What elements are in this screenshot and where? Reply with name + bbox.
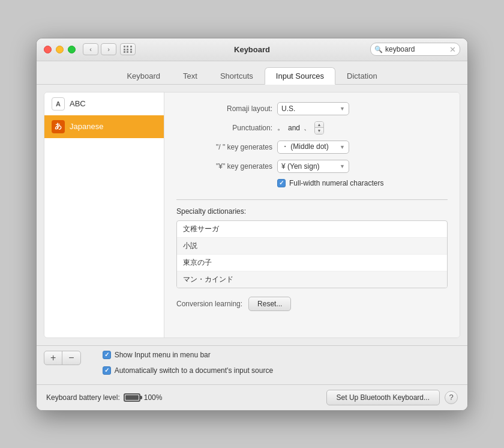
traffic-lights <box>44 46 76 53</box>
help-button[interactable]: ? <box>445 391 458 404</box>
bottom-bar: + − Show Input menu in menu bar Automati… <box>37 345 467 384</box>
footer-right: Set Up Bluetooth Keyboard... ? <box>326 390 458 405</box>
abc-icon: A <box>52 97 65 110</box>
sidebar-item-abc-label: ABC <box>70 99 86 108</box>
fullwidth-row: Full-width numeral characters <box>277 179 448 192</box>
tab-input-sources[interactable]: Input Sources <box>265 67 335 85</box>
back-button[interactable]: ‹ <box>83 43 98 55</box>
conversion-label: Conversion learning: <box>176 300 242 308</box>
auto-switch-label: Automatically switch to a document's inp… <box>115 366 273 375</box>
tabs-bar: Keyboard Text Shortcuts Input Sources Di… <box>37 61 467 85</box>
battery-label: Keyboard battery level: <box>46 393 120 402</box>
dropdown-arrow-icon: ▼ <box>340 106 345 112</box>
search-input[interactable] <box>385 45 448 53</box>
sidebar: A ABC あ Japanese <box>44 92 164 338</box>
dropdown-arrow-icon2: ▼ <box>340 144 345 150</box>
romaji-control: U.S. ▼ <box>277 102 349 115</box>
grid-button[interactable] <box>120 43 136 55</box>
stepper-up-icon[interactable]: ▲ <box>315 122 323 129</box>
show-menu-checkbox[interactable] <box>103 351 111 359</box>
dict-item-3: 東京の子 <box>177 255 447 271</box>
punctuation-value2: 、 <box>304 123 311 133</box>
show-menu-label: Show Input menu in menu bar <box>115 351 211 359</box>
battery-percent: 100% <box>144 393 163 402</box>
dropdown-arrow-icon3: ▼ <box>340 163 345 169</box>
punctuation-value1: 。 <box>277 123 284 133</box>
remove-source-button[interactable]: − <box>62 351 80 365</box>
yen-key-row: "¥" key generates ¥ (Yen sign) ▼ <box>176 160 448 173</box>
tab-dictation[interactable]: Dictation <box>335 67 389 85</box>
sidebar-item-japanese-label: Japanese <box>70 122 103 131</box>
tab-keyboard[interactable]: Keyboard <box>115 67 172 85</box>
close-button[interactable] <box>44 46 52 53</box>
punctuation-row: Punctuation: 。 and 、 ▲ ▼ <box>176 121 448 135</box>
dictionary-list: 文稚サーガ 小説 東京の子 マン・カインド <box>176 220 448 288</box>
punctuation-control: 。 and 、 ▲ ▼ <box>277 121 324 135</box>
dict-item-2: 小説 <box>177 238 447 255</box>
japanese-icon: あ <box>52 120 65 133</box>
auto-switch-row: Automatically switch to a document's inp… <box>103 366 273 375</box>
fullwidth-checkbox-row: Full-width numeral characters <box>277 179 383 187</box>
minimize-button[interactable] <box>56 46 64 53</box>
romaji-label: Romaji layout: <box>176 104 272 113</box>
conversion-row: Conversion learning: Reset... <box>176 297 448 311</box>
yen-control: ¥ (Yen sign) ▼ <box>277 160 349 173</box>
specialty-label: Specialty dictionaries: <box>176 207 448 216</box>
sidebar-item-japanese[interactable]: あ Japanese <box>44 115 164 138</box>
window-title: Keyboard <box>234 45 270 54</box>
tab-shortcuts[interactable]: Shortcuts <box>209 67 265 85</box>
forward-button[interactable]: › <box>101 43 116 55</box>
bottom-checkboxes: Show Input menu in menu bar Automaticall… <box>103 351 273 380</box>
search-icon: 🔍 <box>374 46 383 53</box>
clear-search-button[interactable]: ✕ <box>449 45 456 54</box>
yen-key-label: "¥" key generates <box>176 162 272 171</box>
stepper-down-icon[interactable]: ▼ <box>315 128 323 134</box>
tab-text[interactable]: Text <box>172 67 209 85</box>
grid-icon <box>124 46 133 53</box>
reset-button[interactable]: Reset... <box>248 297 291 311</box>
titlebar: ‹ › Keyboard 🔍 ✕ <box>37 38 467 61</box>
footer: Keyboard battery level: 100% Set Up Blue… <box>37 384 467 410</box>
romaji-row: Romaji layout: U.S. ▼ <box>176 102 448 115</box>
add-remove-controls: + − <box>44 351 81 365</box>
fullwidth-checkbox[interactable] <box>277 179 286 187</box>
battery-icon <box>124 393 140 402</box>
section-divider <box>176 199 448 200</box>
yen-dropdown[interactable]: ¥ (Yen sign) ▼ <box>277 160 349 173</box>
dict-item-1: 文稚サーガ <box>177 221 447 238</box>
slash-dropdown[interactable]: ・ (Middle dot) ▼ <box>277 141 349 154</box>
battery-fill <box>125 395 139 400</box>
content-area: A ABC あ Japanese Romaji layout: U.S. ▼ <box>44 92 460 338</box>
maximize-button[interactable] <box>68 46 76 53</box>
fullwidth-label: Full-width numeral characters <box>289 179 383 187</box>
romaji-dropdown[interactable]: U.S. ▼ <box>277 102 349 115</box>
punctuation-stepper[interactable]: ▲ ▼ <box>314 121 324 135</box>
nav-buttons: ‹ › <box>83 43 116 55</box>
auto-switch-checkbox[interactable] <box>103 366 111 375</box>
slash-key-row: "/ " key generates ・ (Middle dot) ▼ <box>176 141 448 154</box>
slash-control: ・ (Middle dot) ▼ <box>277 141 349 154</box>
search-box[interactable]: 🔍 ✕ <box>370 43 460 56</box>
sidebar-item-abc[interactable]: A ABC <box>44 92 164 115</box>
show-menu-row: Show Input menu in menu bar <box>103 351 273 359</box>
main-panel: Romaji layout: U.S. ▼ Punctuation: 。 and… <box>164 92 460 338</box>
main-window: ‹ › Keyboard 🔍 ✕ Keyboard Text Shortcuts… <box>36 38 468 411</box>
add-source-button[interactable]: + <box>44 351 62 365</box>
punctuation-label: Punctuation: <box>176 124 272 132</box>
setup-bluetooth-button[interactable]: Set Up Bluetooth Keyboard... <box>326 390 440 405</box>
slash-key-label: "/ " key generates <box>176 143 272 151</box>
dict-item-4: マン・カインド <box>177 271 447 288</box>
battery-section: Keyboard battery level: 100% <box>46 393 162 402</box>
punctuation-and: and <box>288 124 300 132</box>
